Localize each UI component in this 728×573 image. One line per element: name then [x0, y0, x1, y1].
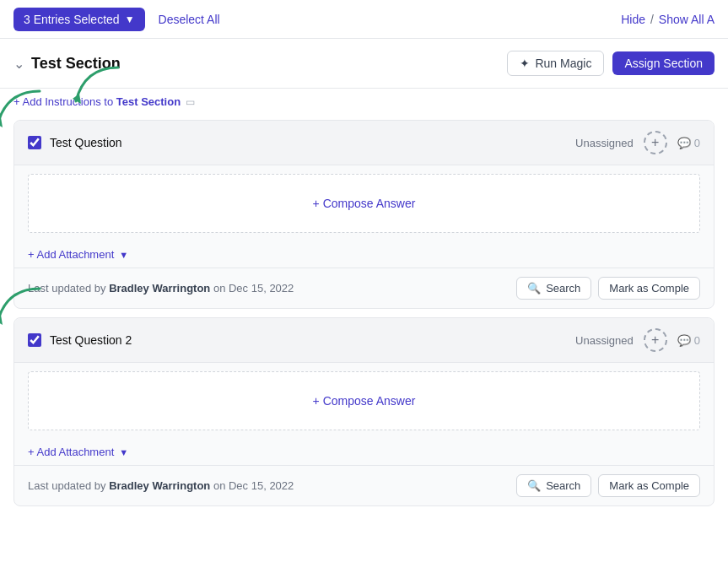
question-1-last-updated: Last updated by Bradley Warrington on De…	[28, 282, 294, 295]
svg-marker-2	[0, 315, 3, 325]
question-2-answer-area[interactable]: + Compose Answer	[28, 371, 700, 430]
section-content: Test Question Unassigned + 💬 0 + Compose…	[0, 120, 728, 522]
question-1-unassigned: Unassigned	[575, 137, 634, 149]
top-bar: 3 Entries Selected ▼ Deselect All Hide /…	[0, 0, 728, 39]
section-header-left: ⌄ Test Section	[13, 55, 121, 73]
question-2-footer: Last updated by Bradley Warrington on De…	[14, 466, 714, 505]
attachment-label-2: + Add Attachment	[28, 446, 114, 458]
external-link-icon: ▭	[186, 96, 195, 108]
question-1-attachment[interactable]: + Add Attachment ▼	[14, 241, 714, 268]
last-updated-prefix-1: Last updated by	[28, 282, 109, 295]
run-magic-button[interactable]: ✦ Run Magic	[507, 51, 604, 76]
entries-label: 3 Entries Selected	[24, 13, 120, 26]
question-1-header-right: Unassigned + 💬 0	[575, 131, 700, 154]
question-card-1: Test Question Unassigned + 💬 0 + Compose…	[13, 120, 715, 309]
section-header-right: ✦ Run Magic Assign Section	[507, 51, 715, 76]
top-bar-right: Hide / Show All A	[621, 13, 715, 26]
comment-icon-2: 💬	[677, 334, 691, 347]
top-bar-left: 3 Entries Selected ▼ Deselect All	[13, 8, 220, 31]
run-magic-label: Run Magic	[535, 57, 591, 70]
question-2-mark-complete-button[interactable]: Mark as Comple	[598, 474, 700, 497]
question-1-add-button[interactable]: +	[644, 131, 667, 154]
attachment-label-1: + Add Attachment	[28, 248, 114, 261]
question-1-footer: Last updated by Bradley Warrington on De…	[14, 268, 714, 308]
question-1-footer-actions: 🔍 Search Mark as Comple	[516, 277, 700, 300]
question-2-title: Test Question 2	[50, 333, 132, 347]
assign-section-button[interactable]: Assign Section	[612, 51, 715, 75]
chevron-down-icon-attachment-1: ▼	[119, 250, 128, 260]
search-label-2: Search	[546, 479, 580, 492]
search-icon-2: 🔍	[527, 479, 541, 492]
question-card-2: Test Question 2 Unassigned + 💬 0 + Compo…	[13, 317, 715, 506]
question-2-header: Test Question 2 Unassigned + 💬 0	[14, 318, 714, 363]
question-1-mark-complete-button[interactable]: Mark as Comple	[598, 277, 700, 300]
question-2-header-right: Unassigned + 💬 0	[575, 328, 700, 352]
question-1-title: Test Question	[50, 136, 122, 149]
question-2-attachment[interactable]: + Add Attachment ▼	[14, 439, 714, 466]
question-1-checkbox[interactable]	[28, 136, 41, 149]
last-updated-prefix-2: Last updated by	[28, 479, 109, 492]
question-2-add-button[interactable]: +	[644, 328, 667, 352]
add-instructions-text: + Add Instructions to Test Section	[13, 95, 181, 108]
collapse-icon[interactable]: ⌄	[13, 56, 24, 72]
search-icon-1: 🔍	[527, 282, 541, 295]
question-2-last-updated: Last updated by Bradley Warrington on De…	[28, 479, 294, 492]
question-2-footer-actions: 🔍 Search Mark as Comple	[516, 474, 700, 497]
entries-selected-button[interactable]: 3 Entries Selected ▼	[13, 8, 145, 31]
section-title: Test Section	[31, 55, 121, 73]
author-1: Bradley Warrington	[109, 282, 210, 295]
add-instructions-link[interactable]: + Add Instructions to Test Section ▭	[0, 89, 728, 111]
question-1-answer-area[interactable]: + Compose Answer	[28, 174, 700, 233]
chevron-down-icon-attachment-2: ▼	[119, 447, 128, 457]
question-1-comments: 💬 0	[677, 137, 700, 149]
section-header: ⌄ Test Section ✦ Run Magic Assign Sectio…	[0, 39, 728, 89]
magic-icon: ✦	[520, 57, 530, 70]
question-2-compose-answer[interactable]: + Compose Answer	[313, 394, 416, 408]
author-2: Bradley Warrington	[109, 479, 210, 492]
show-all-link[interactable]: Show All A	[659, 13, 715, 26]
question-1-header: Test Question Unassigned + 💬 0	[14, 121, 714, 165]
chevron-down-icon: ▼	[125, 14, 135, 25]
comment-count: 0	[694, 137, 700, 149]
question-2-header-left: Test Question 2	[28, 333, 132, 347]
last-updated-suffix-1: on Dec 15, 2022	[210, 282, 294, 295]
question-2-comments: 💬 0	[677, 334, 700, 347]
deselect-all-button[interactable]: Deselect All	[159, 13, 220, 26]
separator: /	[650, 13, 654, 26]
question-2-search-button[interactable]: 🔍 Search	[516, 474, 591, 497]
svg-marker-1	[0, 117, 3, 127]
comment-icon: 💬	[677, 137, 691, 149]
question-1-compose-answer[interactable]: + Compose Answer	[313, 197, 416, 210]
question-1-header-left: Test Question	[28, 136, 122, 149]
last-updated-suffix-2: on Dec 15, 2022	[210, 479, 294, 492]
search-label-1: Search	[546, 282, 580, 295]
question-2-checkbox[interactable]	[28, 333, 41, 347]
question-1-search-button[interactable]: 🔍 Search	[516, 277, 591, 300]
comment-count-2: 0	[694, 334, 700, 347]
hide-link[interactable]: Hide	[621, 13, 645, 26]
question-2-unassigned: Unassigned	[575, 334, 634, 347]
